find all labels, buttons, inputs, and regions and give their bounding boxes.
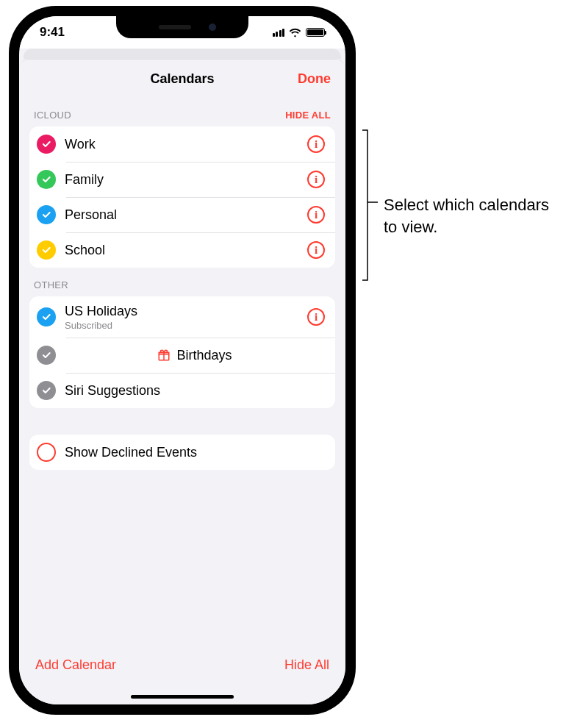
calendar-row-siri-suggestions[interactable]: Siri Suggestions <box>29 373 335 408</box>
status-indicators <box>273 26 326 39</box>
section-header-icloud: ICLOUD HIDE ALL <box>29 98 335 126</box>
status-time: 9:41 <box>40 25 65 40</box>
checkmark-icon <box>37 170 56 189</box>
calendar-label: Work <box>65 137 307 152</box>
earpiece <box>159 25 191 29</box>
volume-down-button <box>13 215 16 257</box>
battery-icon <box>306 28 325 37</box>
calendar-row-personal[interactable]: Personal i <box>29 197 335 232</box>
info-icon[interactable]: i <box>307 241 325 259</box>
notch <box>116 16 248 38</box>
background-sheet-edge <box>24 49 341 59</box>
info-icon[interactable]: i <box>307 308 325 326</box>
callout-bracket <box>362 129 375 281</box>
info-icon[interactable]: i <box>307 135 325 153</box>
checkmark-icon <box>37 346 56 365</box>
section-header-other: OTHER <box>29 268 335 296</box>
hide-all-icloud-button[interactable]: HIDE ALL <box>285 110 331 121</box>
screen: 9:41 Calendars Done ICLOUD HIDE ALL <box>19 16 345 704</box>
checkmark-icon <box>37 240 56 260</box>
calendars-sheet: Calendars Done ICLOUD HIDE ALL Work i <box>19 59 345 704</box>
home-indicator[interactable] <box>131 695 234 699</box>
unchecked-circle-icon <box>37 443 56 462</box>
front-camera <box>209 24 216 31</box>
add-calendar-button[interactable]: Add Calendar <box>35 657 116 673</box>
done-button[interactable]: Done <box>298 71 331 87</box>
annotation-text: Select which calendars to view. <box>384 194 553 238</box>
icloud-calendars-group: Work i Family i Personal <box>29 126 335 268</box>
info-icon[interactable]: i <box>307 206 325 224</box>
checkmark-icon <box>37 381 56 400</box>
calendar-row-family[interactable]: Family i <box>29 162 335 197</box>
calendar-sublabel: Subscribed <box>65 320 307 331</box>
cellular-signal-icon <box>273 29 285 37</box>
mute-switch <box>13 118 16 141</box>
wifi-icon <box>289 26 301 39</box>
gift-icon <box>157 349 171 362</box>
calendar-label: Siri Suggestions <box>65 383 325 399</box>
calendar-row-work[interactable]: Work i <box>29 126 335 162</box>
calendar-row-school[interactable]: School i <box>29 232 335 268</box>
volume-up-button <box>13 162 16 204</box>
iphone-frame: 9:41 Calendars Done ICLOUD HIDE ALL <box>9 6 356 715</box>
calendar-row-birthdays[interactable]: Birthdays <box>29 338 335 373</box>
side-button <box>348 178 351 246</box>
calendar-label: School <box>65 243 307 258</box>
calendar-label: Personal <box>65 207 307 223</box>
declined-events-group: Show Declined Events <box>29 435 335 470</box>
checkmark-icon <box>37 205 56 224</box>
calendar-label: Family <box>65 172 307 188</box>
calendar-label: US Holidays <box>65 304 307 319</box>
calendar-label: Birthdays <box>176 348 232 363</box>
page-title: Calendars <box>150 71 214 87</box>
checkmark-icon <box>37 307 56 326</box>
navigation-bar: Calendars Done <box>19 60 345 98</box>
info-icon[interactable]: i <box>307 171 325 188</box>
other-calendars-group: US Holidays Subscribed i <box>29 296 335 408</box>
checkmark-icon <box>37 135 56 154</box>
calendar-row-us-holidays[interactable]: US Holidays Subscribed i <box>29 296 335 338</box>
show-declined-events-row[interactable]: Show Declined Events <box>29 435 335 470</box>
section-label-other: OTHER <box>34 279 68 290</box>
section-label-icloud: ICLOUD <box>34 110 71 121</box>
row-label: Show Declined Events <box>65 445 325 460</box>
hide-all-button[interactable]: Hide All <box>284 657 329 673</box>
